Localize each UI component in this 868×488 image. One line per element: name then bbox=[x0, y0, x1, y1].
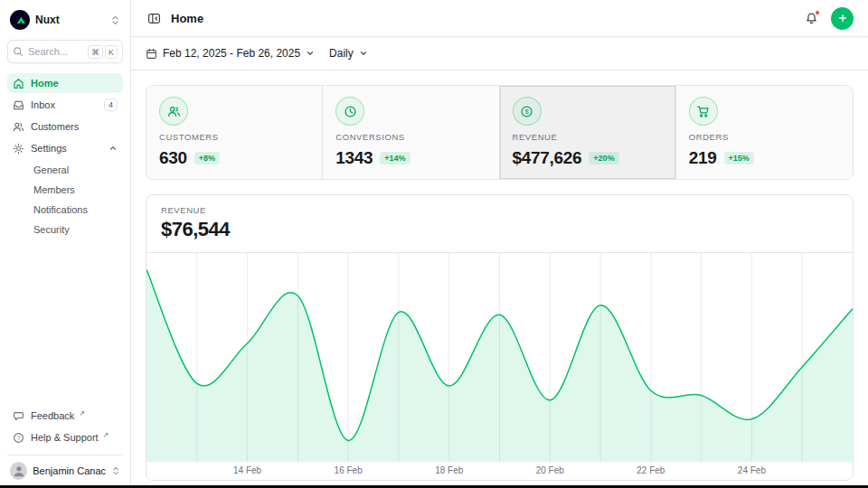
revenue-chart-plot[interactable] bbox=[146, 253, 853, 462]
workspace-name: Nuxt bbox=[35, 14, 60, 26]
stat-card-conversions[interactable]: CONVERSIONS 1343 +14% bbox=[323, 86, 499, 179]
search-placeholder: Search... bbox=[28, 46, 68, 57]
plus-icon bbox=[837, 13, 848, 23]
stat-value: 1343 bbox=[335, 148, 373, 168]
stat-icon-circle bbox=[689, 97, 718, 126]
help-support-link[interactable]: ? Help & Support ↗ bbox=[7, 427, 123, 447]
sidebar-item-general[interactable]: General bbox=[7, 160, 123, 180]
notification-dot bbox=[815, 10, 820, 15]
chevron-updown-icon bbox=[111, 466, 120, 475]
avatar bbox=[10, 462, 27, 480]
chart-header: REVENUE $76,544 bbox=[146, 195, 853, 253]
home-icon bbox=[13, 78, 24, 89]
x-tick-label: 16 Feb bbox=[335, 465, 363, 475]
footer-link-label: Help & Support bbox=[31, 432, 99, 443]
stat-card-revenue[interactable]: $ REVENUE $477,626 +20% bbox=[500, 86, 676, 179]
cart-icon bbox=[696, 105, 710, 118]
help-circle-icon: ? bbox=[13, 432, 24, 444]
sidebar-item-label: Settings bbox=[31, 143, 67, 154]
x-tick-label: 14 Feb bbox=[233, 465, 261, 475]
sidebar-nav: Home Inbox 4 Customers Settings General … bbox=[7, 73, 123, 239]
stat-value: $477,626 bbox=[513, 148, 582, 168]
search-icon bbox=[13, 46, 24, 57]
sidebar-item-label: Security bbox=[33, 224, 70, 235]
nuxt-logo-icon bbox=[10, 10, 30, 30]
stat-delta-badge: +8% bbox=[194, 152, 220, 164]
stat-label: ORDERS bbox=[689, 132, 840, 142]
svg-text:$: $ bbox=[524, 108, 529, 116]
inbox-count-badge: 4 bbox=[104, 99, 118, 111]
chart-metric-value: $76,544 bbox=[161, 218, 838, 241]
chevron-up-icon bbox=[108, 144, 118, 153]
external-link-icon: ↗ bbox=[103, 431, 109, 439]
filter-toolbar: Feb 12, 2025 - Feb 26, 2025 Daily bbox=[131, 37, 868, 70]
sidebar: Nuxt Search... ⌘ K Home Inbox 4 Customer… bbox=[0, 0, 131, 488]
chevron-down-icon bbox=[306, 49, 315, 58]
stats-row: CUSTOMERS 630 +8% CONVERSIONS 1343 +14% bbox=[146, 85, 854, 180]
stat-icon-circle bbox=[335, 97, 364, 126]
speech-bubble-icon bbox=[13, 410, 24, 422]
stat-label: CUSTOMERS bbox=[159, 132, 309, 142]
sidebar-item-inbox[interactable]: Inbox 4 bbox=[7, 95, 123, 115]
stat-label: REVENUE bbox=[513, 132, 663, 142]
topbar-actions bbox=[803, 7, 854, 30]
sidebar-item-label: Members bbox=[33, 184, 75, 195]
x-tick-label: 18 Feb bbox=[435, 465, 463, 475]
notifications-button[interactable] bbox=[803, 10, 820, 27]
chart-body: 14 Feb16 Feb18 Feb20 Feb22 Feb24 Feb bbox=[146, 253, 853, 480]
settings-subnav: General Members Notifications Security bbox=[7, 160, 123, 239]
sidebar-item-security[interactable]: Security bbox=[7, 220, 123, 239]
sidebar-item-members[interactable]: Members bbox=[7, 180, 123, 200]
search-shortcut: ⌘ K bbox=[88, 45, 118, 59]
user-name: Benjamin Canac bbox=[33, 465, 106, 476]
date-range-picker[interactable]: Feb 12, 2025 - Feb 26, 2025 bbox=[146, 47, 315, 60]
stat-delta-badge: +20% bbox=[589, 152, 618, 164]
chevron-down-icon bbox=[359, 49, 368, 58]
date-range-label: Feb 12, 2025 - Feb 26, 2025 bbox=[163, 47, 300, 60]
stat-icon-circle bbox=[159, 97, 188, 126]
inbox-icon bbox=[13, 99, 24, 111]
stat-value: 630 bbox=[159, 148, 187, 168]
customers-icon bbox=[167, 105, 181, 118]
kbd-meta: ⌘ bbox=[88, 45, 103, 59]
stat-delta-badge: +14% bbox=[380, 152, 410, 164]
interval-select[interactable]: Daily bbox=[329, 47, 368, 60]
feedback-link[interactable]: Feedback ↗ bbox=[7, 406, 123, 426]
sidebar-item-label: Home bbox=[31, 78, 59, 89]
sidebar-item-notifications[interactable]: Notifications bbox=[7, 200, 123, 220]
sidebar-item-label: General bbox=[33, 164, 69, 175]
x-tick-label: 22 Feb bbox=[637, 465, 665, 475]
gear-icon bbox=[13, 143, 24, 155]
chart-metric-label: REVENUE bbox=[161, 205, 838, 215]
svg-text:?: ? bbox=[17, 434, 21, 440]
sidebar-item-label: Customers bbox=[31, 121, 79, 132]
workspace-switcher[interactable]: Nuxt bbox=[7, 8, 123, 32]
footer-link-label: Feedback bbox=[31, 410, 74, 421]
stat-card-orders[interactable]: ORDERS 219 +15% bbox=[676, 86, 853, 179]
x-axis-labels: 14 Feb16 Feb18 Feb20 Feb22 Feb24 Feb bbox=[146, 465, 853, 477]
stat-delta-badge: +15% bbox=[724, 152, 754, 164]
dollar-circle-icon: $ bbox=[520, 105, 533, 118]
chevron-updown-icon bbox=[110, 15, 120, 25]
panel-left-icon bbox=[147, 12, 161, 25]
stat-icon-circle: $ bbox=[513, 97, 542, 126]
main-panel: Home Feb 12, 2025 - Feb 26, 2025 Daily bbox=[131, 0, 868, 488]
users-icon bbox=[13, 121, 24, 133]
add-button[interactable] bbox=[831, 7, 854, 30]
collapse-sidebar-button[interactable] bbox=[146, 10, 163, 27]
x-tick-label: 20 Feb bbox=[536, 465, 564, 475]
kbd-k: K bbox=[105, 45, 118, 59]
search-input[interactable]: Search... ⌘ K bbox=[7, 40, 123, 63]
page-title: Home bbox=[171, 12, 203, 25]
sidebar-item-label: Inbox bbox=[31, 99, 55, 110]
stat-card-customers[interactable]: CUSTOMERS 630 +8% bbox=[146, 86, 323, 179]
sidebar-item-home[interactable]: Home bbox=[7, 73, 123, 93]
sidebar-item-settings[interactable]: Settings bbox=[7, 138, 123, 158]
user-menu[interactable]: Benjamin Canac bbox=[7, 455, 123, 483]
stat-label: CONVERSIONS bbox=[335, 132, 486, 142]
sidebar-footer: Feedback ↗ ? Help & Support ↗ Benjamin C… bbox=[7, 406, 123, 483]
sidebar-item-customers[interactable]: Customers bbox=[7, 117, 123, 136]
interval-label: Daily bbox=[329, 47, 354, 60]
external-link-icon: ↗ bbox=[79, 409, 85, 418]
topbar: Home bbox=[131, 0, 868, 37]
